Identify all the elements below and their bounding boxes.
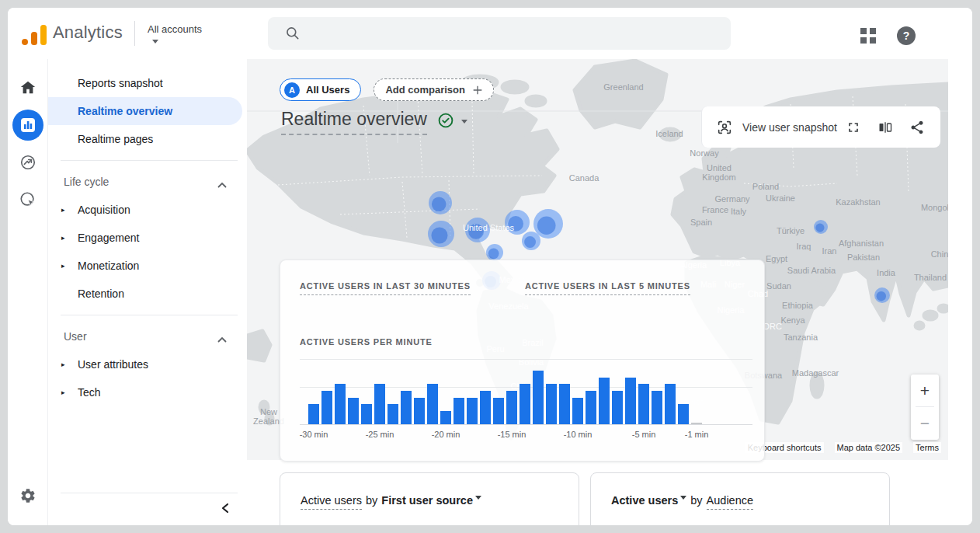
- by-text: by: [366, 494, 377, 507]
- active-users-bubble-core: [815, 224, 824, 232]
- active-users-bubble-core: [488, 249, 499, 260]
- minute-bar[interactable]: [625, 378, 636, 424]
- minute-bar[interactable]: [533, 371, 544, 424]
- realtime-active-users-card: ACTIVE USERS IN LAST 30 MINUTES ACTIVE U…: [280, 260, 765, 462]
- minute-bar[interactable]: [308, 404, 319, 424]
- account-switcher[interactable]: All accounts: [148, 22, 202, 47]
- all-users-chip[interactable]: A All Users: [280, 78, 361, 101]
- chevron-down-icon[interactable]: [680, 496, 686, 503]
- minute-bar[interactable]: [480, 391, 491, 424]
- dimension-picker[interactable]: First user source: [381, 494, 473, 507]
- share-icon[interactable]: [909, 120, 925, 135]
- minute-bar[interactable]: [678, 404, 689, 424]
- apps-grid-icon[interactable]: [859, 26, 879, 47]
- add-comparison-button[interactable]: Add comparison: [374, 78, 494, 101]
- sidebar-item-tech[interactable]: ▸Tech: [48, 378, 242, 406]
- active-users-bubble-core: [431, 228, 447, 244]
- minute-bar[interactable]: [348, 398, 359, 424]
- x-axis-tick-label: -10 min: [564, 430, 593, 439]
- sidebar-item-realtime-overview[interactable]: Realtime overview: [48, 97, 242, 125]
- minute-bar[interactable]: [374, 384, 385, 424]
- minute-bar[interactable]: [572, 398, 583, 424]
- sidebar-item-reports-snapshot[interactable]: Reports snapshot: [48, 69, 242, 97]
- help-icon[interactable]: ?: [897, 26, 916, 45]
- metric-picker[interactable]: Active users: [611, 494, 678, 507]
- minute-bar[interactable]: [612, 391, 623, 424]
- active-users-30min-label[interactable]: ACTIVE USERS IN LAST 30 MINUTES: [300, 281, 471, 295]
- sidebar-item-realtime-pages[interactable]: Realtime pages: [48, 125, 242, 153]
- sidebar-section-life-cycle[interactable]: Life cycle: [48, 168, 242, 196]
- minute-bar[interactable]: [599, 378, 610, 424]
- app-shell: Reports snapshotRealtime overviewRealtim…: [8, 59, 972, 525]
- reports-active-circle: [12, 110, 43, 141]
- active-users-per-minute-label: ACTIVE USERS PER MINUTE: [300, 337, 433, 347]
- zoom-in-button[interactable]: +: [911, 374, 939, 406]
- dimension-term[interactable]: Audience: [707, 494, 753, 510]
- check-circle-green-icon: [438, 113, 454, 128]
- main-content: GreenlandIcelandNorwayUnited KingdomPola…: [247, 59, 972, 525]
- active-users-by-source-card: Active usersbyFirst user source: [280, 472, 579, 525]
- minute-bar[interactable]: [454, 398, 464, 424]
- collapse-sidebar-icon[interactable]: [213, 498, 238, 521]
- active-users-bubble-core: [524, 236, 536, 248]
- home-icon[interactable]: [8, 69, 48, 106]
- google-analytics-logo-icon: [22, 25, 48, 45]
- expand-arrow-icon[interactable]: ▸: [61, 206, 65, 214]
- explore-icon[interactable]: [8, 144, 48, 181]
- minute-bar[interactable]: [691, 423, 702, 424]
- chevron-down-icon[interactable]: [475, 496, 481, 503]
- minute-bar[interactable]: [335, 384, 346, 424]
- expand-arrow-icon[interactable]: ▸: [61, 234, 65, 242]
- minute-bar[interactable]: [427, 384, 438, 424]
- metric-term[interactable]: Active users: [301, 494, 362, 510]
- minute-bar[interactable]: [586, 391, 596, 424]
- terms-link[interactable]: Terms: [913, 442, 941, 453]
- expand-arrow-icon[interactable]: ▸: [61, 388, 65, 396]
- minute-bar[interactable]: [467, 398, 478, 424]
- minute-bar[interactable]: [321, 391, 332, 424]
- x-axis-tick-label: -25 min: [366, 430, 394, 439]
- expand-arrow-icon[interactable]: ▸: [61, 262, 65, 270]
- minute-bar[interactable]: [638, 384, 649, 424]
- minute-bar[interactable]: [440, 411, 451, 424]
- active-users-per-minute-chart: [300, 354, 752, 425]
- topbar-divider: [134, 21, 135, 46]
- active-users-5min-label[interactable]: ACTIVE USERS IN LAST 5 MINUTES: [525, 281, 690, 295]
- sidebar-item-acquisition[interactable]: ▸Acquisition: [48, 196, 242, 224]
- sidebar-item-retention[interactable]: Retention: [48, 280, 242, 308]
- sidebar-item-monetization[interactable]: ▸Monetization: [48, 252, 242, 280]
- advertising-icon[interactable]: [8, 181, 48, 218]
- minute-bar[interactable]: [401, 391, 412, 424]
- minute-bar[interactable]: [414, 398, 425, 424]
- minute-bar[interactable]: [652, 391, 662, 424]
- sidebar-item-engagement[interactable]: ▸Engagement: [48, 224, 242, 252]
- sidebar-item-user-attributes[interactable]: ▸User attributes: [48, 350, 242, 378]
- fullscreen-icon[interactable]: [846, 120, 861, 135]
- chart-gridline: [300, 359, 752, 360]
- search-input[interactable]: [268, 17, 731, 50]
- reports-icon[interactable]: [8, 106, 48, 144]
- view-user-snapshot-label[interactable]: View user snapshot: [742, 121, 837, 134]
- minute-bar[interactable]: [506, 391, 517, 424]
- map-toolbar: View user snapshot: [701, 106, 940, 148]
- settings-gear-icon[interactable]: [8, 477, 48, 514]
- minute-bar[interactable]: [361, 404, 372, 424]
- minute-bar[interactable]: [493, 398, 504, 424]
- zoom-out-button[interactable]: −: [911, 407, 939, 439]
- brand-title: Analytics: [53, 23, 123, 43]
- minute-bar[interactable]: [520, 384, 530, 424]
- title-chevron-down-icon[interactable]: [461, 120, 467, 127]
- topbar: Analytics All accounts ?: [8, 8, 972, 59]
- minute-bar[interactable]: [546, 384, 557, 424]
- minute-bar[interactable]: [665, 384, 676, 424]
- expand-arrow-icon[interactable]: ▸: [61, 361, 65, 368]
- x-axis-tick-label: -1 min: [685, 430, 709, 439]
- compare-panels-icon[interactable]: [877, 120, 893, 135]
- search-icon: [285, 26, 301, 41]
- sidebar-section-user[interactable]: User: [48, 322, 242, 350]
- minute-bar[interactable]: [387, 404, 398, 424]
- page-title: Realtime overview: [281, 109, 427, 135]
- user-snapshot-icon[interactable]: [716, 119, 733, 136]
- minute-bar[interactable]: [559, 384, 570, 424]
- x-axis-tick-label: -20 min: [432, 430, 460, 439]
